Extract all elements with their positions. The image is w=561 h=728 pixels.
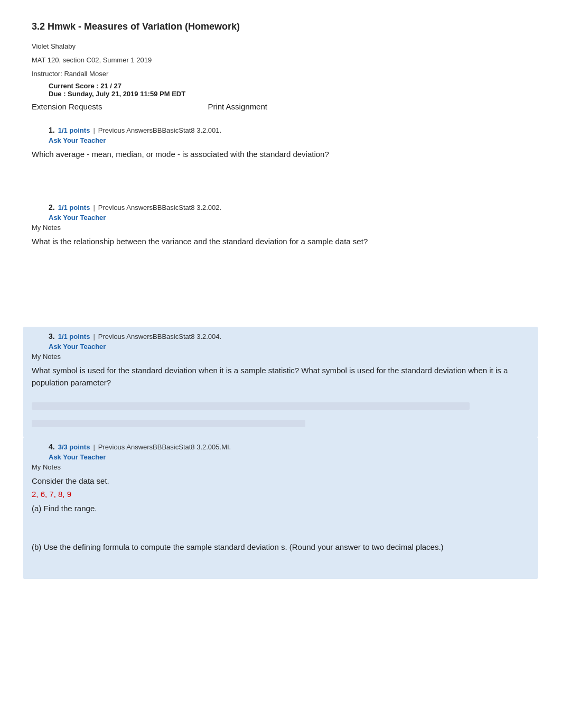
- question-2-number: 2.: [49, 203, 55, 211]
- question-4-header: 4. 3/3 points | Previous AnswersBBBasicS…: [32, 443, 529, 451]
- question-1-text: Which average - mean, median, or mode - …: [32, 149, 529, 161]
- question-2-header: 2. 1/1 points | Previous AnswersBBBasicS…: [32, 203, 529, 211]
- question-4-a-answer-space: [32, 516, 529, 537]
- question-1-answer-space: [32, 161, 529, 192]
- question-3-prev-answers: Previous AnswersBBBasicStat8 3.2.004.: [98, 333, 221, 340]
- actions-row: Extension Requests Print Assignment: [32, 102, 529, 111]
- question-4-sub-b: (b) Use the defining formula to compute …: [32, 542, 529, 551]
- question-4-b-answer-space: [32, 555, 529, 574]
- question-2-points[interactable]: 1/1 points: [58, 204, 90, 211]
- question-4: 4. 3/3 points | Previous AnswersBBBasicS…: [23, 437, 538, 579]
- blurred-answer-line-1: [32, 402, 470, 410]
- question-4-prev-answers: Previous AnswersBBBasicStat8 3.2.005.MI.: [98, 443, 231, 451]
- question-2-my-notes: My Notes: [32, 224, 529, 232]
- current-score: Current Score : 21 / 27: [49, 82, 529, 90]
- question-2-text: What is the relationship between the var…: [32, 236, 529, 248]
- question-1: 1. 1/1 points | Previous AnswersBBBasicS…: [32, 121, 529, 198]
- blurred-answer-line-2: [32, 420, 305, 427]
- question-1-number: 1.: [49, 126, 55, 134]
- question-3-text: What symbol is used for the standard dev…: [32, 365, 529, 389]
- question-3-points[interactable]: 1/1 points: [58, 333, 90, 340]
- question-4-dataset: 2, 6, 7, 8, 9: [32, 490, 529, 499]
- question-3-number: 3.: [49, 332, 55, 340]
- page-title: 3.2 Hmwk - Measures of Variation (Homewo…: [32, 21, 529, 32]
- question-2-answer-space: [32, 247, 529, 279]
- question-3-header: 3. 1/1 points | Previous AnswersBBBasicS…: [32, 332, 529, 340]
- question-1-header: 1. 1/1 points | Previous AnswersBBBasicS…: [32, 126, 529, 134]
- question-2: 2. 1/1 points | Previous AnswersBBBasicS…: [32, 198, 529, 327]
- student-name: Violet Shalaby: [32, 41, 529, 52]
- print-assignment-link[interactable]: Print Assignment: [208, 102, 267, 111]
- question-1-ask-teacher[interactable]: Ask Your Teacher: [32, 136, 529, 144]
- question-4-text: Consider the data set.: [32, 475, 529, 487]
- question-3: 3. 1/1 points | Previous AnswersBBBasicS…: [23, 327, 538, 437]
- question-1-prev-answers: Previous AnswersBBBasicStat8 3.2.001.: [98, 126, 221, 134]
- question-4-number: 4.: [49, 443, 55, 451]
- extension-requests-link[interactable]: Extension Requests: [32, 102, 102, 111]
- question-4-ask-teacher[interactable]: Ask Your Teacher: [32, 453, 529, 461]
- question-1-points[interactable]: 1/1 points: [58, 126, 90, 134]
- due-date: Due : Sunday, July 21, 2019 11:59 PM EDT: [49, 90, 529, 98]
- question-4-points[interactable]: 3/3 points: [58, 443, 90, 451]
- question-3-my-notes: My Notes: [32, 353, 529, 361]
- question-3-ask-teacher[interactable]: Ask Your Teacher: [32, 343, 529, 351]
- question-4-sub-a: (a) Find the range.: [32, 504, 529, 513]
- question-2-ask-teacher[interactable]: Ask Your Teacher: [32, 214, 529, 222]
- course-info: MAT 120, section C02, Summer 1 2019: [32, 54, 529, 66]
- instructor-info: Instructor: Randall Moser: [32, 68, 529, 80]
- question-4-my-notes: My Notes: [32, 463, 529, 471]
- question-2-prev-answers: Previous AnswersBBBasicStat8 3.2.002.: [98, 204, 221, 211]
